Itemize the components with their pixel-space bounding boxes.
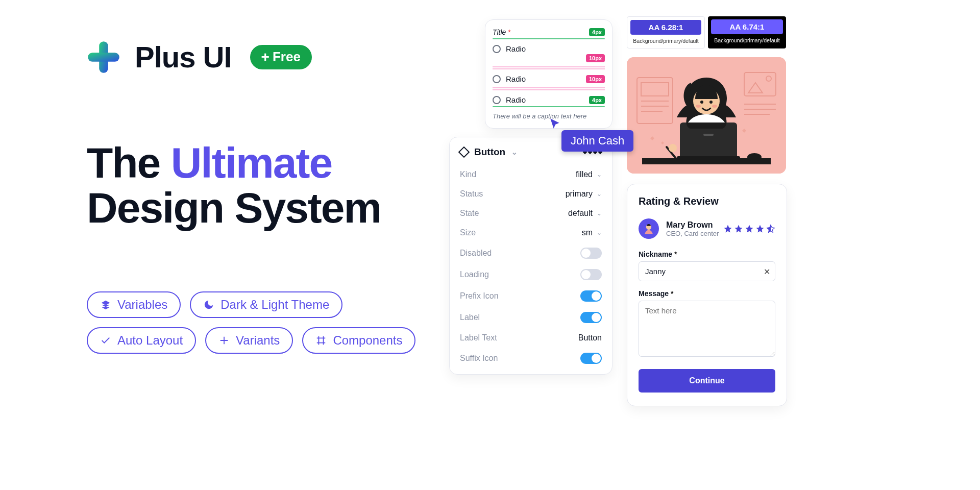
pill-label: Dark & Light Theme: [220, 298, 329, 312]
contrast-token: Background/primary/default: [708, 37, 786, 47]
contrast-strip: AA 6.28:1 Background/primary/default AA …: [627, 16, 786, 48]
svg-point-21: [709, 101, 713, 104]
prop-key: Kind: [460, 170, 476, 179]
star-icon: [755, 224, 765, 233]
review-user-row: Mary Brown CEO, Card center: [639, 218, 775, 239]
component-icon: [458, 146, 470, 158]
prop-value: primary: [566, 189, 593, 199]
headline: The Ultimate Design System: [87, 140, 444, 230]
radio-option[interactable]: Radio: [493, 95, 526, 104]
pill-theme[interactable]: Dark & Light Theme: [190, 291, 342, 318]
continue-button[interactable]: Continue: [639, 369, 775, 393]
moon-icon: [203, 299, 214, 310]
prop-status[interactable]: Statusprimary⌄: [460, 184, 602, 204]
rating-stars[interactable]: [723, 224, 775, 233]
toggle-label[interactable]: [580, 312, 602, 323]
review-user-role: CEO, Card center: [666, 230, 719, 237]
hero: Plus UI + Free The Ultimate Design Syste…: [87, 40, 444, 354]
panel-title[interactable]: Button ⌄: [460, 146, 518, 158]
review-heading: Rating & Review: [639, 195, 775, 207]
free-badge: + Free: [250, 45, 312, 69]
avatar: [639, 218, 659, 239]
free-badge-label: Free: [273, 49, 301, 65]
gap-chip-10: 10px: [586, 54, 605, 62]
pill-variables[interactable]: Variables: [87, 291, 181, 318]
illustration: [627, 57, 786, 174]
pill-label: Auto Layout: [117, 333, 183, 348]
property-panel: Button ⌄ Kindfilled⌄ Statusprimary⌄ Stat…: [449, 137, 612, 375]
prop-key: Prefix Icon: [460, 291, 499, 301]
prop-value: Button: [578, 333, 602, 342]
nickname-label-text: Nickname: [639, 250, 672, 258]
toggle-suffix[interactable]: [580, 353, 602, 364]
prop-kind[interactable]: Kindfilled⌄: [460, 165, 602, 184]
logo-text: Plus UI: [135, 40, 232, 74]
plus-logo-icon: [87, 40, 120, 74]
prop-loading: Loading: [460, 264, 602, 285]
prop-key: Size: [460, 228, 476, 237]
svg-rect-16: [703, 134, 714, 136]
logo-row: Plus UI + Free: [87, 40, 444, 74]
radio-label: Radio: [506, 75, 526, 83]
svg-point-20: [700, 101, 703, 104]
radio-icon: [493, 75, 501, 83]
svg-point-24: [669, 144, 677, 152]
toggle-disabled[interactable]: [580, 248, 602, 259]
prop-key: Suffix Icon: [460, 354, 498, 363]
gap-chip-10: 10px: [586, 75, 605, 83]
gap-chip-4: 4px: [589, 28, 605, 36]
prop-value: sm: [582, 228, 593, 237]
contrast-tile-light: AA 6.28:1 Background/primary/default: [627, 16, 705, 48]
frame-icon: [315, 335, 327, 346]
radio-option[interactable]: Radio: [493, 75, 526, 83]
layers-icon: [100, 299, 111, 310]
check-icon: [100, 335, 111, 346]
star-icon: [723, 224, 732, 233]
prop-label: Label: [460, 307, 602, 328]
headline-pre: The: [87, 139, 171, 187]
radio-card-title: Title *: [493, 28, 511, 36]
radio-card-title-text: Title: [493, 28, 506, 36]
pill-autolayout[interactable]: Auto Layout: [87, 327, 196, 354]
svg-rect-1: [88, 53, 119, 62]
radio-option[interactable]: Radio: [493, 44, 526, 53]
headline-post: Design System: [87, 184, 381, 232]
toggle-prefix[interactable]: [580, 290, 602, 302]
feature-pills: Variables Dark & Light Theme Auto Layout…: [87, 291, 444, 354]
contrast-ratio: AA 6.74:1: [711, 19, 783, 34]
prop-value: default: [568, 209, 593, 218]
prop-key: Loading: [460, 270, 489, 279]
radio-icon: [493, 96, 501, 104]
radio-icon: [493, 45, 501, 53]
pill-variants[interactable]: Variants: [205, 327, 293, 354]
cursor-icon: [549, 117, 562, 133]
chevron-down-icon: ⌄: [597, 190, 602, 198]
contrast-token: Background/primary/default: [627, 38, 704, 48]
plus-icon: [218, 335, 230, 346]
prop-size[interactable]: Sizesm⌄: [460, 223, 602, 242]
chevron-down-icon: ⌄: [511, 148, 518, 156]
message-label-text: Message: [639, 289, 669, 298]
contrast-tile-dark: AA 6.74:1 Background/primary/default: [708, 16, 786, 48]
prop-suffix: Suffix Icon: [460, 348, 602, 369]
radio-label: Radio: [506, 95, 526, 104]
prop-disabled: Disabled: [460, 242, 602, 264]
svg-point-23: [712, 105, 717, 108]
headline-accent: Ultimate: [171, 139, 332, 187]
message-input[interactable]: [639, 301, 775, 357]
pill-label: Variants: [236, 333, 280, 348]
plus-icon: +: [261, 49, 270, 65]
prop-label-text[interactable]: Label TextButton: [460, 328, 602, 348]
message-label: Message *: [639, 289, 775, 298]
review-card: Rating & Review Mary Brown CEO, Card cen…: [627, 184, 787, 406]
prop-state[interactable]: Statedefault⌄: [460, 204, 602, 223]
svg-point-22: [696, 105, 701, 108]
prop-key: Label Text: [460, 333, 497, 342]
nickname-input[interactable]: [639, 261, 775, 281]
toggle-loading[interactable]: [580, 269, 602, 280]
gap-chip-4: 4px: [589, 96, 605, 104]
clear-icon[interactable]: ✕: [764, 266, 770, 276]
pill-label: Variables: [117, 298, 167, 312]
pill-components[interactable]: Components: [302, 327, 415, 354]
nickname-label: Nickname *: [639, 250, 775, 258]
